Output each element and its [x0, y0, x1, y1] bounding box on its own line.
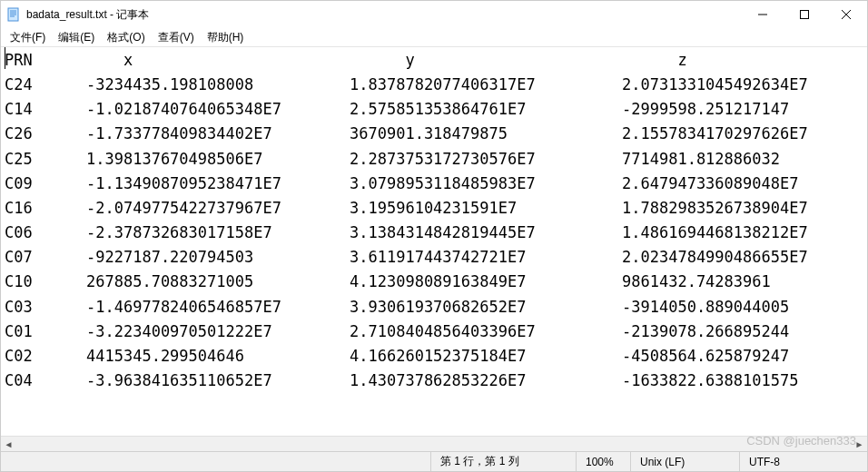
cell: -1.0218740764065348E7: [86, 97, 350, 122]
col-header-y: y: [350, 48, 622, 73]
cell: -1.4697782406546857E7: [86, 295, 350, 320]
window-controls: [742, 1, 867, 28]
cell: C24: [5, 73, 86, 97]
menu-format[interactable]: 格式(O): [102, 28, 150, 47]
maximize-button[interactable]: [784, 1, 825, 28]
cell: 2.2873753172730576E7: [350, 147, 622, 172]
cell: 2.7108404856403396E7: [350, 320, 622, 344]
cell: C16: [5, 196, 86, 221]
cell: -9227187.220794503: [86, 245, 350, 270]
table-row: C09-1.1349087095238471E73.07989531184859…: [5, 172, 863, 196]
notepad-icon: [6, 7, 21, 22]
text-area[interactable]: PRN x y zC24-3234435.1981080081.83787820…: [1, 46, 867, 436]
cell: -2999598.251217147: [622, 97, 789, 122]
col-header-x: x: [86, 48, 350, 73]
cell: C09: [5, 172, 86, 196]
titlebar: badata_result.txt - 记事本: [1, 1, 867, 28]
table-row: C07-9227187.2207945033.611917443742721E7…: [5, 245, 863, 270]
status-encoding: UTF-8: [740, 452, 867, 471]
menu-view[interactable]: 查看(V): [153, 28, 200, 47]
cell: C25: [5, 147, 86, 172]
cell: C06: [5, 221, 86, 245]
cell: 1.430737862853226E7: [350, 369, 622, 393]
cell: 2.647947336089048E7: [622, 172, 798, 196]
table-row: C251.398137670498506E72.2873753172730576…: [5, 147, 863, 172]
cell: 4.166260152375184E7: [350, 344, 622, 369]
cell: 2.575851353864761E7: [350, 97, 622, 122]
cell: -4508564.625879247: [622, 344, 789, 369]
cell: 2.0731331045492634E7: [622, 73, 808, 97]
cell: 7714981.812886032: [622, 147, 780, 172]
cell: 4415345.299504646: [86, 344, 350, 369]
cell: C07: [5, 245, 86, 270]
cell: 3.930619370682652E7: [350, 295, 622, 320]
cell: -1.1349087095238471E7: [86, 172, 350, 196]
menubar: 文件(F) 编辑(E) 格式(O) 查看(V) 帮助(H): [1, 28, 867, 46]
menu-edit[interactable]: 编辑(E): [53, 28, 100, 47]
cell: C03: [5, 295, 86, 320]
status-eol: Unix (LF): [631, 452, 740, 471]
table-row: C26-1.733778409834402E73670901.318479875…: [5, 122, 863, 146]
svg-rect-6: [801, 11, 809, 19]
col-header-prn: PRN: [5, 48, 86, 73]
cell: 1.8378782077406317E7: [350, 73, 622, 97]
table-row: C16-2.0749775422737967E73.19596104231591…: [5, 196, 863, 221]
cell: 1.7882983526738904E7: [622, 196, 808, 221]
cell: -3.223400970501222E7: [86, 320, 350, 344]
table-row: C10267885.708832710054.123098089163849E7…: [5, 270, 863, 294]
cell: -2.378732683017158E7: [86, 221, 350, 245]
table-row: C03-1.4697782406546857E73.93061937068265…: [5, 295, 863, 320]
minimize-button[interactable]: [742, 1, 784, 28]
cell: -2.0749775422737967E7: [86, 196, 350, 221]
cell: 3.1384314842819445E7: [350, 221, 622, 245]
cell: -1.733778409834402E7: [86, 122, 350, 146]
table-row: C14-1.0218740764065348E72.57585135386476…: [5, 97, 863, 122]
status-zoom: 100%: [577, 452, 631, 471]
cell: -3234435.198108008: [86, 73, 350, 97]
table-row: C024415345.2995046464.166260152375184E7-…: [5, 344, 863, 369]
close-button[interactable]: [825, 1, 867, 28]
cell: C04: [5, 369, 86, 393]
cell: 3.0798953118485983E7: [350, 172, 622, 196]
cell: C14: [5, 97, 86, 122]
cell: -3.963841635110652E7: [86, 369, 350, 393]
statusbar: 第 1 行，第 1 列 100% Unix (LF) UTF-8: [1, 451, 867, 471]
cell: -3914050.889044005: [622, 295, 789, 320]
cell: 3.19596104231591E7: [350, 196, 622, 221]
table-row: C06-2.378732683017158E73.138431484281944…: [5, 221, 863, 245]
window-title: badata_result.txt - 记事本: [26, 7, 149, 23]
header-row: PRN x y z: [5, 47, 863, 73]
cell: 2.1557834170297626E7: [622, 122, 808, 146]
cell: 267885.70883271005: [86, 270, 350, 294]
table-row: C04-3.963841635110652E71.430737862853226…: [5, 369, 863, 393]
scroll-track[interactable]: [16, 437, 852, 451]
cell: 3670901.318479875: [350, 122, 622, 146]
menu-file[interactable]: 文件(F): [5, 28, 51, 47]
cell: 1.4861694468138212E7: [622, 221, 808, 245]
cell: -2139078.266895244: [622, 320, 789, 344]
col-header-z: z: [622, 48, 687, 73]
table-row: C01-3.223400970501222E72.710840485640339…: [5, 320, 863, 344]
cell: 4.123098089163849E7: [350, 270, 622, 294]
status-position: 第 1 行，第 1 列: [431, 452, 577, 471]
cell: C10: [5, 270, 86, 294]
cell: 9861432.74283961: [622, 270, 771, 294]
cell: C26: [5, 122, 86, 146]
menu-help[interactable]: 帮助(H): [202, 28, 250, 47]
scroll-left-button[interactable]: ◄: [1, 437, 16, 452]
cell: 1.398137670498506E7: [86, 147, 350, 172]
scroll-right-button[interactable]: ►: [852, 437, 867, 452]
cell: -1633822.6388101575: [622, 369, 798, 393]
table-row: C24-3234435.1981080081.8378782077406317E…: [5, 73, 863, 97]
horizontal-scrollbar[interactable]: ◄ ►: [1, 436, 867, 451]
cell: 2.0234784990486655E7: [622, 245, 808, 270]
cell: C01: [5, 320, 86, 344]
cell: C02: [5, 344, 86, 369]
cell: 3.611917443742721E7: [350, 245, 622, 270]
